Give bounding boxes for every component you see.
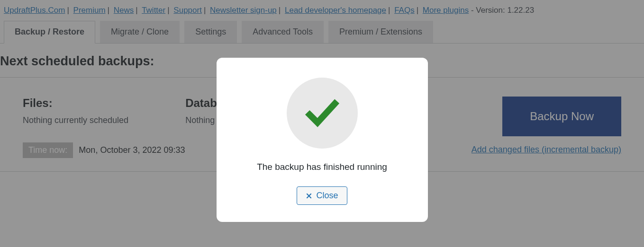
close-button-label: Close (316, 191, 338, 201)
modal-overlay[interactable]: The backup has finished running Close (0, 0, 644, 247)
success-modal: The backup has finished running Close (217, 58, 428, 222)
close-icon (306, 193, 312, 199)
checkmark-icon (287, 78, 358, 149)
close-button[interactable]: Close (297, 186, 347, 205)
modal-message: The backup has finished running (257, 162, 387, 172)
